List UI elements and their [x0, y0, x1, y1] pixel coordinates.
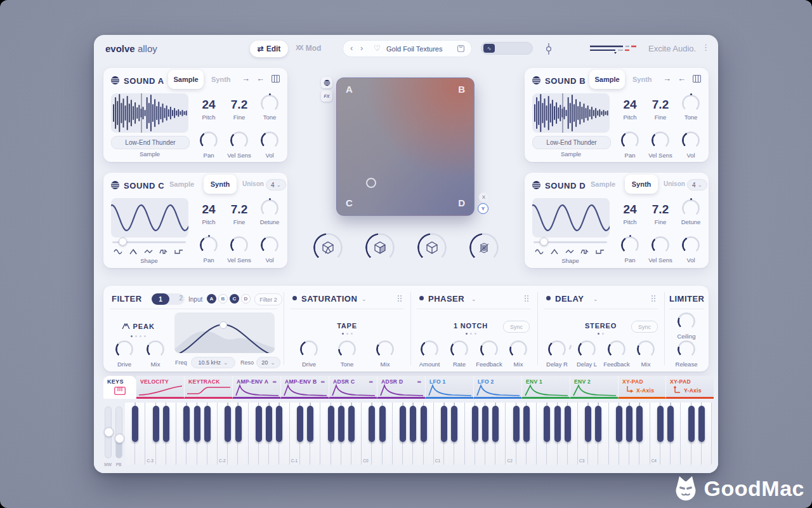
input-d-button[interactable]: D — [241, 294, 251, 304]
phaser-enable-dot[interactable] — [419, 296, 424, 300]
delay-enable-dot[interactable] — [546, 296, 551, 300]
sound-a-tab-synth[interactable]: Synth — [211, 76, 231, 83]
route-right-icon[interactable]: → — [242, 74, 250, 83]
piano-black-key[interactable] — [410, 406, 416, 442]
keymap-grid-icon[interactable] — [693, 75, 701, 83]
sound-a-tab-sample[interactable]: Sample — [168, 70, 204, 89]
tab-keytrack[interactable]: KEYTRACK — [185, 376, 233, 399]
morph-b-knob[interactable] — [365, 233, 395, 262]
edit-mode-button[interactable]: ⇄Edit — [250, 41, 288, 57]
piano-black-key[interactable] — [472, 406, 478, 442]
tab-xy-pad-y[interactable]: XY-PAD Y-Axis — [666, 376, 714, 399]
phaser-feedback-knob[interactable] — [480, 340, 498, 358]
piano-black-key[interactable] — [225, 406, 231, 442]
wave-saw-icon[interactable] — [129, 248, 138, 255]
sample-name-selector[interactable]: Low-End Thunder — [532, 136, 611, 149]
filter-drive-knob[interactable] — [115, 340, 133, 358]
vol-knob[interactable] — [682, 131, 700, 149]
preset-save-icon[interactable] — [457, 44, 465, 53]
phaser-amount-knob[interactable] — [421, 340, 438, 358]
xy-cursor[interactable] — [366, 178, 376, 188]
piano-black-key[interactable] — [266, 406, 272, 442]
pin-tool-icon[interactable] — [544, 43, 553, 55]
filter-type[interactable]: PEAK — [107, 320, 170, 337]
preset-name[interactable]: Gold Foil Textures — [386, 45, 442, 53]
piano-black-key[interactable] — [482, 406, 488, 442]
vel-sens-knob[interactable] — [230, 131, 248, 149]
wave-triangle-icon[interactable] — [565, 248, 574, 255]
drag-handle-icon[interactable] — [524, 295, 528, 302]
saturation-tone-knob[interactable] — [338, 340, 356, 358]
wave-triangle-icon[interactable] — [144, 248, 153, 255]
piano-black-key[interactable] — [451, 406, 457, 442]
drag-handle-icon[interactable] — [651, 295, 655, 302]
delay-mix-knob[interactable] — [637, 340, 655, 358]
wave-square-icon[interactable] — [596, 248, 605, 255]
wave-sine-icon[interactable] — [535, 248, 544, 255]
piano-black-key[interactable] — [565, 406, 571, 442]
piano-black-key[interactable] — [328, 406, 334, 442]
tab-xy-pad-x[interactable]: XY-PAD X-Axis — [619, 376, 666, 399]
keymap-grid-icon[interactable] — [272, 75, 280, 83]
detune-knob[interactable] — [682, 199, 700, 217]
mod-mode-button[interactable]: XXMod — [296, 44, 321, 53]
piano-black-key[interactable] — [338, 406, 344, 442]
wave-pulse-icon[interactable] — [580, 248, 589, 255]
phaser-rate-knob[interactable] — [450, 340, 468, 358]
pan-knob[interactable] — [200, 131, 218, 149]
tab-adsr-d[interactable]: ADSR D ∞ — [377, 376, 426, 399]
chevron-down-icon[interactable]: ⌄ — [362, 296, 367, 302]
piano-black-key[interactable] — [523, 406, 530, 442]
morph-a-knob[interactable] — [313, 233, 343, 262]
delay-right-knob[interactable] — [548, 340, 566, 358]
piano-black-key[interactable] — [183, 406, 190, 442]
piano-black-key[interactable] — [256, 406, 262, 442]
pan-knob[interactable] — [621, 131, 639, 149]
tab-env-1[interactable]: ENV 1 — [522, 376, 570, 399]
piano-black-key[interactable] — [153, 406, 159, 442]
piano-black-key[interactable] — [585, 406, 591, 442]
limiter-release-knob[interactable] — [678, 340, 695, 358]
input-c-button[interactable]: C — [230, 294, 239, 304]
pitch-bend-slider[interactable] — [115, 406, 122, 458]
detune-knob[interactable] — [261, 199, 278, 217]
delay-sync-button[interactable]: Sync — [631, 321, 658, 333]
filter-2-button[interactable]: Filter 2 — [254, 293, 282, 305]
filter-curve-display[interactable] — [174, 312, 275, 353]
fine-value[interactable]: 7.2 — [641, 98, 679, 112]
fine-value[interactable]: 7.2 — [220, 98, 258, 112]
mod-wheel-handle[interactable] — [104, 427, 114, 437]
menu-dots-icon[interactable]: ⋮ — [702, 43, 710, 52]
input-a-button[interactable]: A — [207, 294, 216, 304]
freq-stepper[interactable]: 10.5 kHz⌄ — [191, 357, 235, 368]
limiter-ceiling-knob[interactable] — [678, 312, 695, 330]
morph-c-knob[interactable] — [417, 233, 447, 262]
favorite-heart-icon[interactable]: ♡ — [374, 44, 381, 53]
piano-black-key[interactable] — [636, 406, 643, 442]
tab-keys[interactable]: KEYS — [103, 376, 136, 399]
xy-fx-button[interactable]: FX — [321, 90, 332, 102]
sample-name-selector[interactable]: Low-End Thunder — [111, 136, 190, 149]
sound-c-tab-synth[interactable]: Synth — [204, 175, 237, 194]
unison-stepper[interactable]: 4⌄ — [266, 179, 286, 190]
piano-black-key[interactable] — [688, 406, 695, 442]
mod-wheel-slider[interactable] — [105, 406, 112, 458]
piano-black-key[interactable] — [369, 406, 375, 442]
piano-black-key[interactable] — [276, 406, 282, 442]
wave-saw-icon[interactable] — [550, 248, 559, 255]
saturation-mix-knob[interactable] — [376, 340, 394, 358]
tone-knob[interactable] — [682, 95, 700, 112]
vol-knob[interactable] — [261, 131, 278, 149]
tab-amp-env-b[interactable]: AMP-ENV B ∞ — [281, 376, 329, 399]
xy-y-axis-button[interactable]: Y — [478, 203, 488, 214]
pan-knob[interactable] — [621, 236, 639, 254]
delay-left-knob[interactable] — [578, 340, 596, 358]
tab-env-2[interactable]: ENV 2 — [570, 376, 619, 399]
phaser-sync-button[interactable]: Sync — [503, 321, 530, 333]
sound-b-tab-sample[interactable]: Sample — [589, 70, 625, 89]
piano-black-key[interactable] — [348, 406, 355, 442]
route-left-icon[interactable]: ← — [678, 74, 686, 83]
piano-black-key[interactable] — [194, 406, 200, 442]
piano-black-key[interactable] — [667, 406, 674, 442]
xy-layers-button[interactable] — [321, 77, 332, 88]
